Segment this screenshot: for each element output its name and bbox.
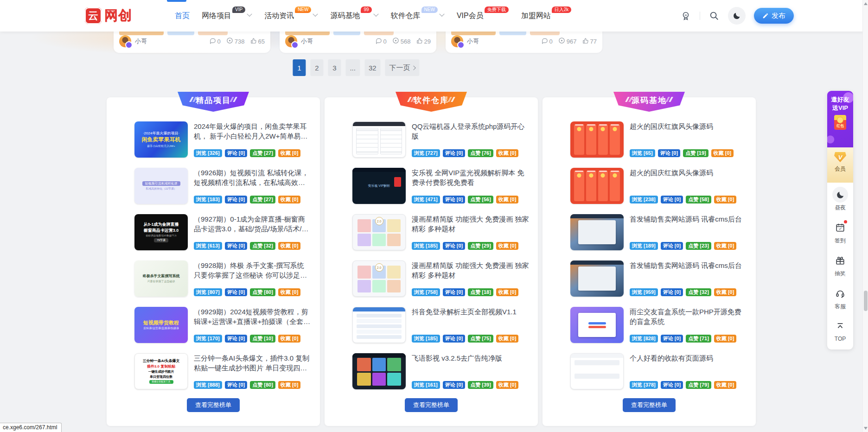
search-icon[interactable] <box>708 10 720 21</box>
eye-icon <box>558 37 565 45</box>
view-full-list-button[interactable]: 查看完整榜单 <box>623 398 676 412</box>
sidebar-vip-entry[interactable]: V 会员 <box>827 147 853 183</box>
item-thumbnail[interactable]: 安乐视 VIP解析 <box>352 168 406 204</box>
scrollbar-up-arrow[interactable] <box>864 2 868 5</box>
item-title[interactable]: QQ云端机器人登录系统php源码开心版 <box>412 121 530 141</box>
item-thumbnail[interactable]: 终极杀手文案撰写系统只要你掌握了这些秘诀 <box>134 260 188 297</box>
site-logo[interactable]: 云 网创 <box>85 6 132 25</box>
sidebar-tool-day-night[interactable]: 昼夜 <box>827 183 853 216</box>
item-title[interactable]: 雨尘交友盲盒系统一款PHP开源免费的盲盒系统 <box>630 307 747 327</box>
item-title[interactable]: 安乐视 全网VIP蓝光视频解析脚本 免费录付费影视免费看 <box>412 168 530 188</box>
view-full-list-button[interactable]: 查看完整榜单 <box>405 398 458 412</box>
floating-sidebar: 邀好友 送VIP 红包 V 会员 昼夜签到抽奖客服TOP <box>827 91 853 349</box>
item-thumbnail[interactable]: 短视频带货教程剪辑课/运营课/直播课/拍摄课 <box>134 307 188 343</box>
item-title[interactable]: 首发辅助售卖网站源码 讯睿cms后台 <box>630 214 747 224</box>
stat-badge-favs: 收藏 [0] <box>714 196 737 203</box>
item-title[interactable]: 首发辅助售卖网站源码 讯睿cms后台 <box>630 260 747 270</box>
sidebar-tool-check-in[interactable]: 签到 <box>827 216 853 248</box>
rank-item[interactable]: QQ云端机器人登录系统php源码开心版浏览 [727]评论 [0]点赞 [76]… <box>352 121 530 158</box>
item-title[interactable]: 三分钟一条AI头条爆文，插件3.0 复制粘贴一键生成抄书图片 单日变现四位数 <box>194 353 312 373</box>
rank-item[interactable]: 短视频引流私域转化课私域高效转化（22节课）（9926期）短视频引流 私域转化课… <box>134 168 312 204</box>
scrollbar-thumb[interactable] <box>864 291 868 311</box>
sidebar-tool-lottery[interactable]: 抽奖 <box>827 248 853 281</box>
author-name[interactable]: 小哥 <box>135 37 147 45</box>
item-title[interactable]: （9926期）短视频引流 私域转化课，短视频精准引流私域，在私域高效转化… <box>194 168 312 188</box>
next-page-button[interactable]: 下一页 <box>385 59 420 76</box>
rank-item[interactable]: 超火的国庆红旗风头像源码浏览 [238]评论 [0]点赞 [58]收藏 [0] <box>570 168 747 204</box>
item-title[interactable]: （9929期）2024短视频带货教程，剪辑课+运营课+直播课+拍摄课（全套高清… <box>194 307 312 327</box>
rank-item[interactable]: 超火的国庆红旗风头像源码浏览 [65]评论 [0]点赞 [19]收藏 [0] <box>570 121 747 158</box>
item-thumbnail[interactable] <box>352 307 406 343</box>
rank-item[interactable]: ·2024年最火爆的项目·闲鱼卖苹果耳机新手小白轻松月入2W+2024年最火爆的… <box>134 121 312 158</box>
rank-item[interactable]: 从0-1成为金牌直播橱窗商品卡运营3.0基础/货品/场景/话术/数据/千川79节… <box>134 214 312 250</box>
item-thumbnail[interactable] <box>570 214 624 250</box>
item-thumbnail[interactable]: ·2024年最火爆的项目·闲鱼卖苹果耳机新手小白轻松月入2W+ <box>134 121 188 158</box>
item-title[interactable]: 超火的国庆红旗风头像源码 <box>630 121 747 131</box>
rank-item[interactable]: 飞语影视 v3.2.5去广告纯净版浏览 [161]评论 [0]点赞 [39]收藏… <box>352 353 530 389</box>
view-full-list-button[interactable]: 查看完整榜单 <box>187 398 240 412</box>
chevron-right-icon <box>411 65 416 70</box>
item-title[interactable]: （9927期）0-1成为金牌直播-橱窗商品卡运营3.0，基础/货品/场景/话术/… <box>194 214 312 234</box>
item-thumbnail[interactable]: 2.0 <box>352 214 406 250</box>
rank-item[interactable]: 短视频带货教程剪辑课/运营课/直播课/拍摄课（9929期）2024短视频带货教程… <box>134 307 312 343</box>
item-title[interactable]: （9928期）终极 杀手文案-撰写系统 只要你掌握了这些秘诀 你可以涉足漠里… <box>194 260 312 280</box>
item-thumbnail[interactable]: 2.0 <box>352 260 406 297</box>
item-thumbnail[interactable]: 从0-1成为金牌直播橱窗商品卡运营3.0基础/货品/场景/话术/数据/千川79节… <box>134 214 188 250</box>
page-button-1[interactable]: 1 <box>293 59 306 76</box>
dark-mode-toggle[interactable] <box>728 7 746 25</box>
item-title[interactable]: 飞语影视 v3.2.5去广告纯净版 <box>412 353 530 363</box>
nav-item-home[interactable]: 首页 <box>175 12 190 19</box>
thumb-topbar <box>570 260 624 265</box>
item-title[interactable]: 抖音免登录解析主页全部视频V1.1 <box>412 307 530 317</box>
item-thumbnail[interactable] <box>570 260 624 297</box>
main-nav: 首页网络项目VIP活动资讯NEW源码基地99软件仓库NEWVIP会员免费下载加盟… <box>175 12 572 19</box>
rank-item[interactable]: 安乐视 VIP解析安乐视 全网VIP蓝光视频解析脚本 免费录付费影视免费看浏览 … <box>352 168 530 204</box>
page-button-32[interactable]: 32 <box>364 59 381 76</box>
nav-item-software-repo[interactable]: 软件仓库NEW <box>391 12 445 19</box>
nav-item-network-projects[interactable]: 网络项目VIP <box>202 12 252 19</box>
scrollbar-down-arrow[interactable] <box>864 427 868 430</box>
item-thumbnail[interactable] <box>570 353 624 389</box>
sidebar-tool-back-to-top[interactable]: TOP <box>827 314 853 346</box>
rank-item[interactable]: 2.0漫画星精简版 功能强大 免费漫画 独家精彩 多种题材浏览 [758]评论 … <box>352 260 530 297</box>
item-title[interactable]: 漫画星精简版 功能强大 免费漫画 独家精彩 多种题材 <box>412 260 530 280</box>
rank-item[interactable]: 个人好看的收款有页面源码浏览 [378]评论 [0]点赞 [79]收藏 [0] <box>570 353 747 389</box>
item-thumbnail[interactable] <box>570 307 624 343</box>
nav-item-join-site[interactable]: 加盟网站日入2k <box>521 12 572 19</box>
publish-button[interactable]: 发布 <box>754 8 794 24</box>
rank-item-text: 首发辅助售卖网站源码 讯睿cms后台浏览 [959]评论 [0]点赞 [32]收… <box>630 260 747 297</box>
stat-badge-likes: 点赞 [18] <box>468 288 493 296</box>
nav-item-activity-news[interactable]: 活动资讯NEW <box>264 12 318 19</box>
item-thumbnail[interactable] <box>352 121 406 158</box>
thumb-tile <box>387 373 401 386</box>
avatar[interactable] <box>285 35 297 47</box>
author-name[interactable]: 小哥 <box>301 37 313 45</box>
sidebar-tool-support[interactable]: 客服 <box>827 281 853 314</box>
rank-item[interactable]: 三分钟一条AI头条爆文插件3.0 复制粘贴一键生成抄书图片单日变现四位数附赠全套… <box>134 353 312 389</box>
rank-item[interactable]: 首发辅助售卖网站源码 讯睿cms后台浏览 [959]评论 [0]点赞 [32]收… <box>570 260 747 297</box>
item-title[interactable]: 漫画星精简版 功能强大 免费漫画 独家精彩 多种题材 <box>412 214 530 234</box>
medal-icon[interactable] <box>680 10 691 21</box>
item-thumbnail[interactable] <box>570 121 624 158</box>
rank-item[interactable]: 终极杀手文案撰写系统只要你掌握了这些秘诀（9928期）终极 杀手文案-撰写系统 … <box>134 260 312 297</box>
avatar[interactable] <box>451 35 463 47</box>
item-title[interactable]: 超火的国庆红旗风头像源码 <box>630 168 747 178</box>
rank-item[interactable]: 抖音免登录解析主页全部视频V1.1浏览 [185]评论 [0]点赞 [75]收藏… <box>352 307 530 343</box>
avatar[interactable] <box>119 35 131 47</box>
nav-item-source-base[interactable]: 源码基地99 <box>330 12 378 19</box>
item-title[interactable]: 个人好看的收款有页面源码 <box>630 353 747 363</box>
item-thumbnail[interactable]: 短视频引流私域转化课私域高效转化（22节课） <box>134 168 188 204</box>
page-button-2[interactable]: 2 <box>310 59 323 76</box>
rank-item[interactable]: 雨尘交友盲盒系统一款PHP开源免费的盲盒系统浏览 [828]评论 [0]点赞 [… <box>570 307 747 343</box>
invite-vip-promo[interactable]: 邀好友 送VIP 红包 <box>827 91 853 147</box>
item-thumbnail[interactable]: 三分钟一条AI头条爆文插件3.0 复制粘贴一键生成抄书图片单日变现四位数附赠全套… <box>134 353 188 389</box>
page-button-3[interactable]: 3 <box>328 59 341 76</box>
item-title[interactable]: 2024年最火爆的项目，闲鱼卖苹果耳机， 新手小白轻松月入2W+简单易上手 <box>194 121 312 141</box>
rank-item[interactable]: 2.0漫画星精简版 功能强大 免费漫画 独家精彩 多种题材浏览 [185]评论 … <box>352 214 530 250</box>
author-name[interactable]: 小哥 <box>467 37 479 45</box>
nav-item-vip-member[interactable]: VIP会员免费下载 <box>457 12 509 19</box>
item-thumbnail[interactable] <box>352 353 406 389</box>
rank-item[interactable]: 首发辅助售卖网站源码 讯睿cms后台浏览 [189]评论 [0]点赞 [23]收… <box>570 214 747 250</box>
item-thumbnail[interactable] <box>570 168 624 204</box>
vip-gem-icon: V <box>834 152 846 162</box>
